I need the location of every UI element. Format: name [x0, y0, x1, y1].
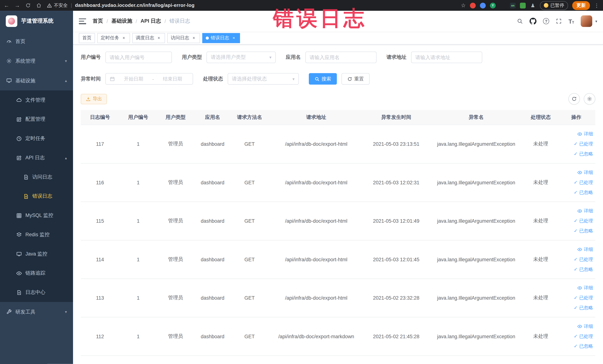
sidebar-item-file-management[interactable]: 文件管理: [0, 91, 73, 110]
app-name-input[interactable]: [305, 52, 376, 63]
breadcrumb-api-log[interactable]: API 日志: [140, 18, 161, 24]
cell-status: 未处理: [524, 201, 557, 240]
sidebar-item-redis-monitor[interactable]: Redis 监控: [0, 225, 73, 244]
reload-icon[interactable]: [25, 3, 31, 8]
extension-icon-pawn[interactable]: ♟: [530, 2, 536, 8]
tab-error-log[interactable]: 错误日志×: [202, 33, 240, 43]
mark-processed-link[interactable]: ✓已处理: [559, 331, 593, 341]
mark-processed-link[interactable]: ✓已处理: [559, 216, 593, 226]
hamburger-icon[interactable]: [79, 18, 86, 24]
user-avatar[interactable]: [581, 15, 592, 27]
sidebar-item-api-log[interactable]: API 日志 ▴: [0, 148, 73, 167]
top-navbar: 首页 / 基础设施 / API 日志 / 错误日志 ? TT ▾: [73, 11, 603, 32]
search-button[interactable]: 搜索: [309, 73, 337, 84]
extension-icon-blue[interactable]: [480, 2, 486, 8]
fullscreen-icon[interactable]: [556, 18, 562, 24]
sidebar-item-java-monitor[interactable]: Java 监控: [0, 244, 73, 263]
tab-home[interactable]: 首页: [79, 33, 95, 43]
detail-link[interactable]: 详细: [559, 167, 593, 177]
sidebar-item-home[interactable]: 首页: [0, 32, 73, 51]
detail-link[interactable]: 详细: [559, 283, 593, 293]
forward-icon[interactable]: →: [15, 3, 20, 8]
sidebar-item-label: 配置管理: [25, 116, 46, 123]
extension-icon-green-y[interactable]: Y: [490, 2, 496, 8]
mark-ignored-link[interactable]: ✓已忽略: [559, 341, 593, 351]
sidebar-item-label: 基础设施: [15, 77, 35, 84]
breadcrumb-home[interactable]: 首页: [93, 18, 103, 24]
detail-link[interactable]: 详细: [559, 206, 593, 216]
sidebar-item-access-log[interactable]: 访问日志: [0, 167, 73, 187]
mark-ignored-link[interactable]: ✓已忽略: [559, 149, 593, 159]
error-log-table: 日志编号 用户编号 用户类型 应用名 请求方法名 请求地址 异常发生时间 异常名…: [81, 110, 595, 356]
font-size-icon[interactable]: TT: [568, 18, 574, 24]
ignored-label: 已忽略: [579, 266, 593, 273]
github-icon[interactable]: [530, 18, 536, 24]
column-settings-circle-button[interactable]: [584, 93, 595, 105]
mark-ignored-link[interactable]: ✓已忽略: [559, 226, 593, 236]
refresh-circle-button[interactable]: [568, 93, 580, 105]
reset-button[interactable]: 重置: [341, 73, 370, 84]
cell-exception: java.lang.IllegalArgumentException: [428, 279, 524, 317]
address-bar-url[interactable]: dashboard.yudao.iocoder.cn/infra/log/api…: [75, 3, 195, 8]
browser-update-button[interactable]: 更新: [572, 1, 590, 10]
process-status-select[interactable]: 请选择处理状态 ▾: [228, 73, 299, 84]
help-icon[interactable]: ?: [543, 18, 549, 24]
mark-ignored-link[interactable]: ✓已忽略: [559, 264, 593, 274]
refresh-icon: [571, 96, 577, 102]
cell-exception: java.lang.IllegalArgumentException: [428, 125, 524, 163]
date-range-picker[interactable]: 开始日期 - 结束日期: [105, 73, 193, 84]
back-icon[interactable]: ←: [4, 3, 9, 8]
bookmark-star-icon[interactable]: ☆: [461, 3, 466, 8]
detail-link[interactable]: 详细: [559, 244, 593, 254]
tab-schedule-log[interactable]: 调度日志×: [132, 33, 165, 43]
mark-processed-link[interactable]: ✓已处理: [559, 254, 593, 264]
export-label: 导出: [93, 96, 102, 102]
sidebar-item-system[interactable]: 系统管理 ▾: [0, 51, 73, 71]
mark-processed-link[interactable]: ✓已处理: [559, 293, 593, 303]
extension-icon-grid[interactable]: [500, 2, 506, 8]
sidebar-item-mysql-monitor[interactable]: MySQL 监控: [0, 206, 73, 225]
home-icon[interactable]: [36, 3, 42, 8]
reset-button-wrap: 重置: [341, 73, 370, 84]
search-icon[interactable]: [517, 18, 523, 24]
cell-user-type: 管理员: [157, 163, 194, 201]
sidebar-item-label: 研发工具: [15, 308, 35, 315]
close-icon[interactable]: ×: [231, 35, 237, 41]
request-url-input[interactable]: [411, 52, 482, 63]
sidebar-item-config-management[interactable]: 配置管理: [0, 110, 73, 129]
avatar-caret-icon[interactable]: ▾: [595, 19, 597, 23]
extension-icon-red[interactable]: [470, 2, 476, 8]
sidebar-item-scheduled-jobs[interactable]: 定时任务: [0, 129, 73, 148]
user-id-label: 用户编号: [81, 54, 101, 61]
tab-access-log[interactable]: 访问日志×: [167, 33, 200, 43]
profile-paused-button[interactable]: 已暂停: [540, 1, 568, 10]
export-button[interactable]: 导出: [81, 94, 107, 104]
breadcrumb-infrastructure[interactable]: 基础设施: [111, 18, 132, 24]
user-id-input[interactable]: [105, 52, 172, 63]
sidebar-item-trace[interactable]: 链路追踪: [0, 263, 73, 283]
sidebar-item-log-center[interactable]: 日志中心: [0, 283, 73, 302]
header-actions: 操作: [557, 110, 595, 125]
extension-icon-on[interactable]: on: [510, 2, 516, 8]
close-icon[interactable]: ×: [156, 35, 162, 41]
tab-label: 调度日志: [136, 35, 154, 41]
sidebar-item-error-log[interactable]: 错误日志: [0, 187, 73, 206]
sidebar-item-dev-tools[interactable]: 研发工具 ▾: [0, 302, 73, 322]
user-type-select[interactable]: 请选择用户类型 ▾: [207, 52, 276, 63]
cell-actions: 详细 ✓已处理 ✓已忽略: [557, 201, 595, 240]
tab-scheduled-jobs[interactable]: 定时任务×: [97, 33, 130, 43]
detail-link[interactable]: 详细: [559, 321, 593, 331]
sidebar-item-infrastructure[interactable]: 基础设施 ▴: [0, 71, 73, 91]
close-icon[interactable]: ×: [191, 35, 197, 41]
mark-ignored-link[interactable]: ✓已忽略: [559, 303, 593, 313]
mark-processed-link[interactable]: ✓已处理: [559, 139, 593, 149]
extension-icon-leaf[interactable]: [520, 2, 526, 8]
mark-ignored-link[interactable]: ✓已忽略: [559, 187, 593, 197]
detail-link[interactable]: 详细: [559, 129, 593, 139]
layers-icon: [16, 232, 22, 237]
mark-processed-link[interactable]: ✓已处理: [559, 177, 593, 187]
close-icon[interactable]: ×: [121, 35, 127, 41]
browser-menu-icon[interactable]: ⋮: [594, 3, 599, 8]
security-chip[interactable]: 不安全: [47, 2, 68, 9]
app-logo[interactable]: 芋道管理系统: [0, 11, 73, 32]
